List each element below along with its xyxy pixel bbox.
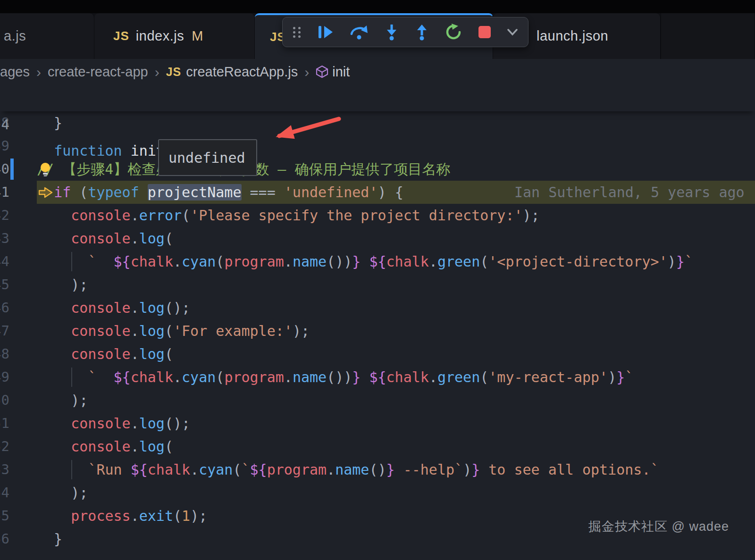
code-token: ) [608,369,616,385]
code-token: name [293,253,327,270]
step-out-icon[interactable] [414,24,429,41]
code-token: name [293,369,327,385]
code-token: 'Please specify the project directory:' [190,207,522,224]
code-line-text: } [37,111,755,134]
code-line-text: console.log( [37,343,755,366]
code-token: ; [199,508,207,524]
code-token: ; [301,323,310,339]
code-line[interactable]: 41 if (typeof projectName === 'undefined… [0,181,755,204]
code-line[interactable]: 51 console.log(); [0,412,755,435]
code-token: console [71,346,130,362]
code-token [37,323,71,339]
code-token: . [429,253,437,270]
code-line[interactable]: 53 `Run ${chalk.cyan(`${program.name()} … [0,458,755,481]
tab-index-js[interactable]: JS index.js M [94,13,255,59]
code-token: console [71,300,130,316]
code-token: 1 [182,508,190,524]
breadcrumb-item-packages[interactable]: ages [0,64,30,80]
git-blame-annotation: Ian Sutherland, 5 years ago [514,181,745,204]
breadcrumb-item-symbol[interactable]: init [332,64,350,80]
code-line[interactable]: 49 ` ${chalk.cyan(program.name())} ${cha… [0,366,755,389]
code-token: `Run [88,461,130,478]
code-token: chalk [386,369,429,385]
code-line[interactable]: 48 console.log( [0,343,755,366]
continue-icon[interactable] [317,24,334,41]
code-line[interactable]: 42 console.error('Please specify the pro… [0,204,755,227]
chevron-right-icon: › [36,64,41,80]
code-token: typeof [88,184,139,201]
code-token: ( [233,461,241,478]
code-token: ${ [114,253,131,270]
code-line-text: `Run ${chalk.cyan(`${program.name()} --h… [37,458,755,481]
code-token: console [71,207,130,224]
code-token: chalk [386,253,429,270]
code-token: ) [173,415,182,432]
tab-label: launch.json [537,28,608,44]
code-token [37,276,71,293]
line-number: 51 [0,412,9,435]
code-line[interactable]: 52 console.log( [0,435,755,458]
code-token: ; [182,300,190,316]
code-line[interactable]: 50 ); [0,389,755,412]
breadcrumb-item-file[interactable]: createReactApp.js [186,64,298,80]
chevron-right-icon: › [155,64,159,80]
step-over-icon[interactable] [350,24,369,41]
line-number: 48 [0,343,9,366]
code-token [37,485,71,501]
code-token: '<project-directory>' [488,253,667,270]
gutter-modified-indicator [10,159,14,180]
code-token: console [71,438,130,455]
code-token: ) [293,323,301,339]
window-top-strip [0,0,755,13]
code-token: --help [395,461,454,478]
code-token: log [139,230,165,247]
code-line-text: ); [37,273,755,296]
line-number: 44 [0,250,9,273]
chevron-down-icon[interactable] [507,29,518,36]
line-number: 39 [0,134,9,158]
code-token: ) [173,300,182,316]
chevron-right-icon: › [304,64,309,80]
code-token: ( [165,323,173,339]
code-token: . [327,461,335,478]
code-token: chalk [148,461,190,478]
code-token: log [139,415,165,432]
code-line[interactable]: 46 console.log(); [0,296,755,319]
code-line[interactable]: 44 ` ${chalk.cyan(program.name())} ${cha… [0,250,755,273]
code-token: if [54,184,71,201]
restart-icon[interactable] [445,24,462,41]
code-token: ) [71,392,79,409]
code-token: ) [71,485,79,501]
code-token [71,184,79,201]
tab-label: a.js [4,28,26,44]
code-token: program [224,253,284,270]
stop-icon[interactable] [478,25,492,39]
code-line-text: console.log(); [37,412,755,435]
code-token: ; [79,485,88,501]
code-token [122,142,131,159]
code-token: ` [242,461,250,478]
debug-current-line-icon [39,181,53,204]
indent-guide [71,460,72,479]
code-token: ( [480,253,488,270]
code-token: console [71,230,130,247]
line-number: 53 [0,458,9,481]
code-token: ) [344,369,352,385]
code-line[interactable]: 47 console.log('For example:'); [0,319,755,343]
line-number: 56 [0,527,9,551]
code-line[interactable]: 54 ); [0,481,755,504]
code-token: chalk [131,369,173,385]
breadcrumb-item-folder[interactable]: create-react-app [48,64,148,80]
code-token: . [190,461,199,478]
debug-toolbar [282,17,528,47]
step-into-icon[interactable] [384,24,399,41]
code-token: ( [480,369,488,385]
sticky-scroll-line[interactable]: 4 function init() { [0,85,755,111]
code-token: ( [165,415,173,432]
code-line[interactable]: 45 ); [0,273,755,296]
code-line[interactable]: 38 } [0,111,755,134]
tab-partial-file[interactable]: a.js [0,13,94,59]
line-number: 54 [0,481,9,504]
code-line[interactable]: 43 console.log( [0,227,755,250]
drag-handle-icon[interactable] [293,27,302,38]
